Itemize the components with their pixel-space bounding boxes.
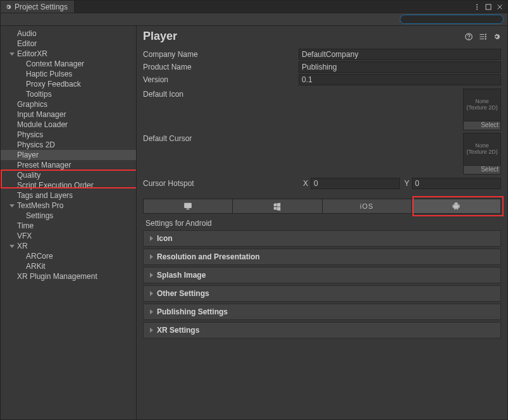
platform-tabs: iOS [143,199,501,214]
foldout-icon[interactable]: Icon [143,230,501,247]
sidebar-item-time[interactable]: Time [1,221,136,231]
svg-rect-3 [486,4,491,9]
gear-icon[interactable] [492,32,501,41]
gear-icon [4,3,12,11]
sidebar-item-context-manager[interactable]: Context Manager [1,59,136,69]
window-tab[interactable]: Project Settings [1,1,75,13]
page-title: Player [143,30,177,43]
sidebar-item-module-loader[interactable]: Module Loader [1,120,136,130]
product-input[interactable] [299,61,501,73]
sidebar-item-haptic-pulses[interactable]: Haptic Pulses [1,69,136,79]
sidebar-item-editor[interactable]: Editor [1,39,136,49]
default-icon-slot[interactable]: None (Texture 2D) [463,89,501,121]
titlebar: Project Settings [1,1,507,13]
foldout-publishing-settings[interactable]: Publishing Settings [143,304,501,320]
window-title: Project Settings [15,3,68,11]
sidebar-item-xr-plugin-management[interactable]: XR Plugin Management [1,271,136,281]
platform-tab-android[interactable] [412,199,500,213]
sidebar-item-settings[interactable]: Settings [1,211,136,221]
sidebar-item-input-manager[interactable]: Input Manager [1,109,136,120]
sidebar-item-audio[interactable]: Audio [1,28,136,39]
hotspot-y-label: Y [400,179,409,188]
sidebar-item-physics[interactable]: Physics [1,130,136,140]
svg-point-2 [476,8,478,9]
default-icon-label: Default Icon [143,89,299,99]
company-input[interactable] [299,49,501,60]
hotspot-x-input[interactable] [311,178,400,189]
android-icon [452,202,461,211]
close-icon[interactable] [496,3,504,11]
svg-point-1 [476,6,478,8]
default-cursor-slot[interactable]: None (Texture 2D) [463,133,501,166]
sidebar-item-vfx[interactable]: VFX [1,231,136,241]
foldout-resolution-and-presentation[interactable]: Resolution and Presentation [143,249,501,265]
svg-point-6 [469,39,469,39]
svg-point-0 [476,4,478,5]
svg-point-12 [457,204,457,204]
svg-point-9 [485,38,486,39]
preset-icon[interactable] [478,32,487,41]
svg-point-8 [485,36,486,37]
sidebar-item-xr[interactable]: XR [1,241,136,251]
foldout-xr-settings[interactable]: XR Settings [143,322,501,338]
default-cursor-select[interactable]: Select [463,166,501,175]
hotspot-x-label: X [299,179,308,188]
search-input[interactable] [400,15,504,24]
platform-tab-standalone[interactable] [144,199,233,213]
svg-point-11 [455,204,455,204]
default-icon-select[interactable]: Select [463,121,501,130]
monitor-icon [183,202,192,211]
company-label: Company Name [143,50,299,59]
sidebar-item-arkit[interactable]: ARKit [1,261,136,271]
maximize-icon[interactable] [485,3,492,11]
sidebar-item-preset-manager[interactable]: Preset Manager [1,160,136,170]
version-input[interactable] [299,74,501,85]
sidebar-item-tooltips[interactable]: Tooltips [1,89,136,99]
platform-tab-windows[interactable] [233,199,322,213]
sidebar-item-proxy-feedback[interactable]: Proxy Feedback [1,79,136,89]
section-label: Settings for Android [137,216,507,230]
sidebar-item-physics-2d[interactable]: Physics 2D [1,140,136,150]
sidebar-item-script-execution-order[interactable]: Script Execution Order [1,180,136,190]
sidebar-item-tags-and-layers[interactable]: Tags and Layers [1,190,136,201]
sidebar: AudioEditorEditorXRContext ManagerHaptic… [1,26,137,419]
sidebar-item-player[interactable]: Player [1,150,136,160]
foldout-other-settings[interactable]: Other Settings [143,285,501,302]
hotspot-y-input[interactable] [412,178,501,189]
platform-tab-ios[interactable]: iOS [323,199,412,213]
kebab-icon[interactable] [473,3,481,11]
sidebar-item-quality[interactable]: Quality [1,170,136,180]
sidebar-item-textmesh-pro[interactable]: TextMesh Pro [1,201,136,211]
foldout-splash-image[interactable]: Splash Image [143,267,501,283]
svg-rect-10 [185,203,192,207]
product-label: Product Name [143,63,299,71]
version-label: Version [143,75,299,84]
default-cursor-label: Default Cursor [143,133,299,143]
windows-icon [273,202,282,211]
main-panel: Player Company Name Product Name Vers [137,26,507,419]
svg-point-7 [485,34,486,34]
sidebar-item-graphics[interactable]: Graphics [1,99,136,109]
searchbar [1,13,507,26]
ios-label: iOS [360,202,373,210]
sidebar-item-editorxr[interactable]: EditorXR [1,49,136,59]
cursor-hotspot-label: Cursor Hotspot [143,179,299,188]
help-icon[interactable] [464,32,473,41]
sidebar-item-arcore[interactable]: ARCore [1,251,136,261]
